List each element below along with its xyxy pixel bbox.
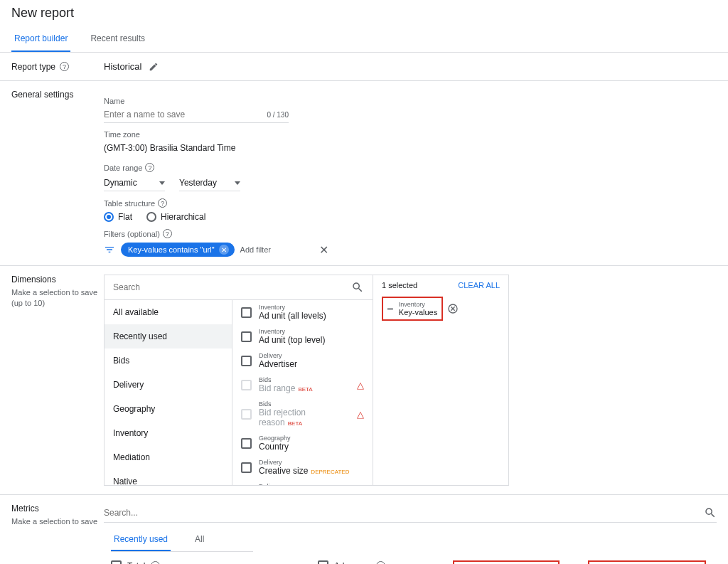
help-icon[interactable]: ? (376, 561, 385, 564)
checkbox[interactable] (111, 560, 122, 564)
filter-chip[interactable]: Key-values contains "url" ✕ (121, 243, 235, 257)
search-icon[interactable] (704, 506, 717, 519)
top-tabs: Report builder Recent results (0, 26, 728, 53)
dimension-item[interactable]: BidsBid rangeBETA△ (232, 373, 373, 397)
metrics-tab-all[interactable]: All (192, 528, 207, 551)
dimension-item[interactable]: GeographyCountry (232, 431, 373, 455)
remove-icon[interactable] (447, 303, 459, 314)
checkbox[interactable] (241, 462, 252, 473)
metrics-search-input[interactable] (104, 508, 704, 518)
highlight-box: Ad Exchange?Ad Exchange impressionsAd Ex… (588, 560, 706, 564)
clear-all-button[interactable]: CLEAR ALL (458, 281, 500, 289)
dimensions-sublabel: Make a selection to save (up to 10) (11, 287, 104, 309)
metrics-tab-recent[interactable]: Recently used (111, 528, 171, 551)
dimension-category[interactable]: Bids (105, 348, 232, 373)
help-icon[interactable]: ? (158, 198, 167, 208)
radio-flat[interactable]: Flat (104, 212, 132, 222)
dimension-category[interactable]: Delivery (105, 373, 232, 397)
dimension-category[interactable]: Geography (105, 397, 232, 421)
dimension-item[interactable]: DeliveryAdvertiser (232, 348, 373, 373)
table-structure-label: Table structure? (104, 198, 717, 208)
page-title: New report (0, 0, 728, 26)
radio-hierarchical[interactable]: Hierarchical (146, 212, 205, 222)
report-type-label-text: Report type (11, 62, 55, 72)
name-label: Name (104, 97, 717, 105)
name-input[interactable] (104, 107, 267, 122)
chevron-down-icon (235, 181, 240, 185)
general-settings-section: General settings Name 0 / 130 Time zone … (0, 81, 728, 266)
dimensions-section: Dimensions Make a selection to save (up … (0, 266, 728, 495)
warning-icon: △ (357, 380, 364, 390)
dimension-item[interactable]: DeliveryCreative size (delivered)BETA (232, 479, 373, 485)
metrics-section: Metrics Make a selection to save Recentl… (0, 495, 728, 564)
checkbox[interactable] (241, 331, 252, 342)
highlight-box: AdSense?AdSense impressionsAdSense CTRAd… (453, 560, 560, 564)
daterange-type-select[interactable]: Dynamic (104, 175, 165, 191)
daterange-value-select[interactable]: Yesterday (179, 175, 240, 191)
checkbox[interactable] (241, 307, 252, 318)
dimension-category[interactable]: Inventory (105, 421, 232, 445)
clear-filters-icon[interactable]: ✕ (319, 243, 328, 257)
add-filter-link[interactable]: Add filter (240, 245, 271, 254)
dimension-category[interactable]: All available (105, 300, 232, 324)
metrics-group-header[interactable]: Ad server? (318, 560, 424, 564)
report-type-value: Historical (104, 61, 141, 72)
dimension-item[interactable]: InventoryAd unit (top level) (232, 324, 373, 348)
chevron-down-icon (159, 181, 165, 185)
drag-handle-icon[interactable]: ═ (387, 304, 393, 313)
metrics-column: Ad Exchange?Ad Exchange impressionsAd Ex… (588, 560, 706, 564)
selected-count: 1 selected (382, 281, 417, 289)
search-icon[interactable] (351, 281, 364, 294)
tab-report-builder[interactable]: Report builder (11, 26, 70, 52)
dimension-category[interactable]: Recently used (105, 324, 232, 348)
close-icon[interactable]: ✕ (219, 245, 229, 255)
metrics-column: Total?Total code served countUnfilled im… (111, 560, 289, 564)
daterange-label: Date range? (104, 163, 717, 172)
help-icon[interactable]: ? (145, 163, 154, 172)
tab-recent-results[interactable]: Recent results (87, 26, 148, 52)
dimension-item[interactable]: BidsBid rejection reasonBETA△ (232, 397, 373, 431)
help-icon[interactable]: ? (163, 229, 172, 238)
warning-icon: △ (357, 409, 364, 420)
metrics-column: AdSense?AdSense impressionsAdSense CTRAd… (453, 560, 560, 564)
help-icon[interactable]: ? (60, 62, 69, 71)
checkbox[interactable] (318, 560, 328, 564)
metrics-group-header[interactable]: Total? (111, 560, 289, 564)
metrics-sublabel: Make a selection to save (11, 516, 104, 527)
filters-label: Filters (optional)? (104, 229, 717, 238)
help-icon[interactable]: ? (151, 561, 160, 564)
dimension-category[interactable]: Native (105, 469, 232, 485)
dimensions-search-input[interactable] (113, 282, 351, 292)
report-type-label: Report type ? (11, 61, 104, 72)
timezone-value: (GMT-3:00) Brasilia Standard Time (104, 140, 717, 156)
report-type-section: Report type ? Historical (0, 53, 728, 81)
dimension-category[interactable]: Mediation (105, 445, 232, 469)
dimension-items: InventoryAd unit (all levels)InventoryAd… (232, 300, 373, 485)
funnel-icon[interactable] (104, 244, 115, 255)
dimensions-label: Dimensions (11, 275, 104, 284)
dimension-item[interactable]: DeliveryCreative sizeDEPRECATED (232, 455, 373, 479)
timezone-label: Time zone (104, 130, 717, 139)
metrics-column: Ad server?Ad server impressionsAd server… (318, 560, 424, 564)
general-settings-label: General settings (11, 90, 104, 257)
selected-dimension[interactable]: ═ Inventory Key-values (382, 297, 443, 321)
pencil-icon[interactable] (149, 62, 159, 72)
dimension-item[interactable]: InventoryAd unit (all levels) (232, 300, 373, 324)
checkbox[interactable] (241, 438, 252, 449)
checkbox (241, 409, 252, 420)
checkbox[interactable] (241, 356, 252, 366)
checkbox (241, 380, 252, 390)
name-counter: 0 / 130 (267, 111, 289, 119)
metrics-label: Metrics (11, 504, 104, 514)
dimension-categories: All availableRecently usedBidsDeliveryGe… (105, 300, 232, 485)
